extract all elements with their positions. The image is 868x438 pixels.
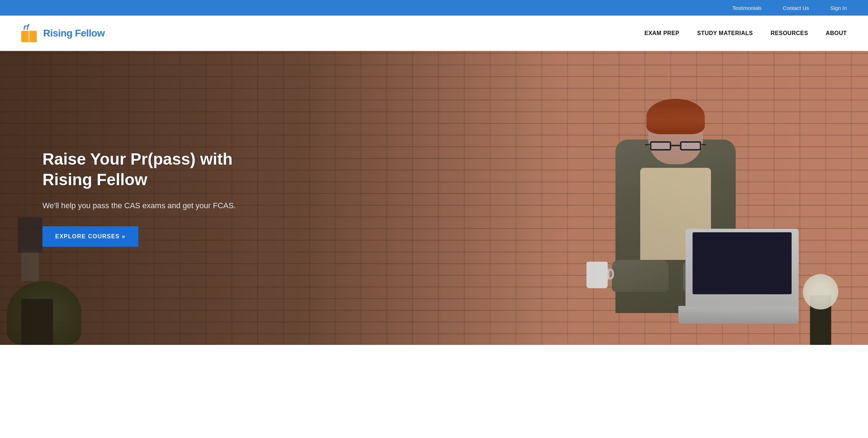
nav-exam-prep[interactable]: EXAM PREP: [644, 30, 679, 36]
hero-section: Raise Your Pr(pass) with Rising Fellow W…: [0, 51, 868, 345]
contact-link[interactable]: Contact Us: [783, 5, 809, 11]
top-bar: Testimonials Contact Us Sign In: [0, 0, 868, 16]
testimonials-link[interactable]: Testimonials: [733, 5, 762, 11]
logo-brand-name: Rising Fellow: [43, 28, 105, 39]
logo-link[interactable]: rf Rising Fellow: [21, 23, 105, 43]
hero-title: Raise Your Pr(pass) with Rising Fellow: [42, 149, 262, 190]
nav-resources[interactable]: RESOURCES: [771, 30, 808, 36]
nav-links: EXAM PREP STUDY MATERIALS RESOURCES ABOU…: [644, 30, 847, 36]
nav-about[interactable]: ABOUT: [826, 30, 847, 36]
hero-content: Raise Your Pr(pass) with Rising Fellow W…: [42, 149, 262, 247]
signin-link[interactable]: Sign In: [830, 5, 847, 11]
logo-icon: rf: [21, 23, 39, 43]
hero-subtitle: We'll help you pass the CAS exams and ge…: [42, 200, 262, 211]
main-nav: rf Rising Fellow EXAM PREP STUDY MATERIA…: [0, 16, 868, 51]
logo-rf-text: rf: [23, 23, 29, 31]
nav-study-materials[interactable]: STUDY MATERIALS: [697, 30, 753, 36]
logo-book-shape: [21, 31, 37, 42]
explore-courses-button[interactable]: EXPLORE COURSES »: [42, 226, 138, 247]
